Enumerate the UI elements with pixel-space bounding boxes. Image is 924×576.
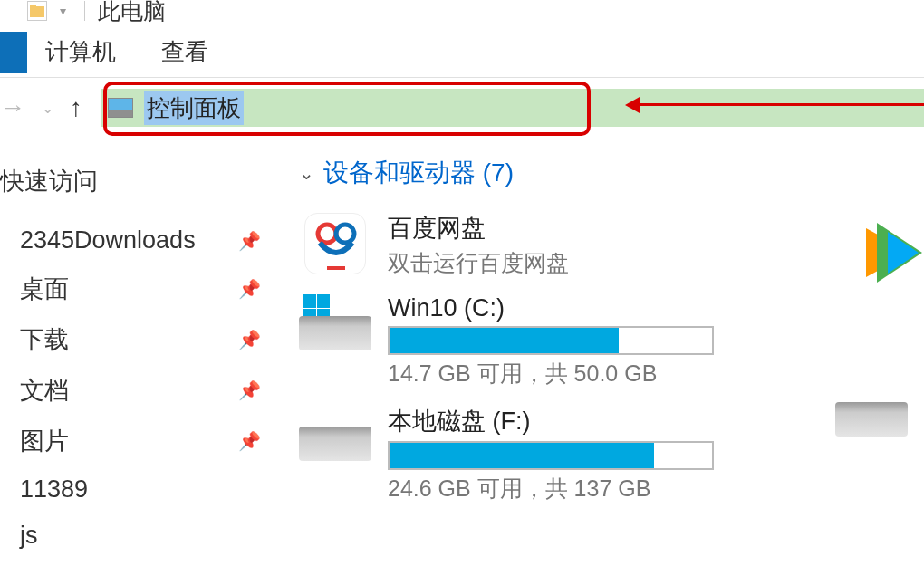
sidebar-item-desktop[interactable]: 桌面 📌 bbox=[0, 264, 281, 314]
folder-icon bbox=[5, 523, 13, 549]
title-separator: ▾ bbox=[60, 4, 66, 18]
section-title: 设备和驱动器 (7) bbox=[323, 156, 514, 190]
drive-details: Win10 (C:) 14.7 GB 可用，共 50.0 GB bbox=[388, 294, 924, 389]
section-header[interactable]: ⌄ 设备和驱动器 (7) bbox=[299, 156, 924, 190]
storage-text: 24.6 GB 可用，共 137 GB bbox=[388, 474, 924, 504]
tencent-video-icon bbox=[857, 219, 924, 286]
sidebar-item-11389[interactable]: 11389 bbox=[0, 466, 281, 513]
drive-icon bbox=[299, 405, 371, 461]
baidu-netdisk-icon bbox=[299, 212, 371, 275]
sidebar-item-label: js bbox=[20, 522, 281, 550]
sidebar-item-label: 桌面 bbox=[20, 273, 238, 305]
sidebar-item-pictures[interactable]: 图片 📌 bbox=[0, 416, 281, 466]
pin-icon: 📌 bbox=[238, 329, 261, 350]
drive-c[interactable]: Win10 (C:) 14.7 GB 可用，共 50.0 GB bbox=[299, 294, 924, 389]
documents-icon bbox=[5, 378, 13, 403]
desktop-icon bbox=[5, 276, 13, 302]
sidebar-item-label: 11389 bbox=[20, 475, 281, 504]
sidebar-item-downloads2345[interactable]: 2345Downloads 📌 bbox=[0, 217, 281, 264]
folder-icon bbox=[27, 1, 47, 21]
tab-computer[interactable]: 计算机 bbox=[45, 36, 116, 68]
address-text[interactable]: 控制面板 bbox=[144, 91, 244, 125]
annotation-arrow bbox=[638, 103, 924, 106]
folder-icon bbox=[5, 228, 13, 254]
nav-forward-icon[interactable]: → bbox=[0, 93, 25, 122]
watermark-text: 路由器 bbox=[866, 547, 915, 569]
sidebar-item-label: 文档 bbox=[20, 374, 238, 407]
tab-view[interactable]: 查看 bbox=[161, 36, 208, 68]
title-bar: ▾ 此电脑 bbox=[0, 0, 924, 27]
device-subtitle: 双击运行百度网盘 bbox=[388, 248, 924, 278]
nav-history-chevron-icon[interactable]: ⌄ bbox=[42, 100, 53, 117]
svg-point-3 bbox=[336, 225, 354, 243]
main-content: 快速访问 2345Downloads 📌 桌面 📌 下载 📌 文档 📌 图片 📌 bbox=[0, 138, 924, 576]
sidebar-item-downloads[interactable]: 下载 📌 bbox=[0, 314, 281, 365]
drive-f[interactable]: 本地磁盘 (F:) 24.6 GB 可用，共 137 GB bbox=[299, 405, 924, 504]
title-divider bbox=[84, 1, 85, 21]
sidebar: 快速访问 2345Downloads 📌 桌面 📌 下载 📌 文档 📌 图片 📌 bbox=[0, 138, 281, 576]
svg-point-2 bbox=[318, 225, 336, 243]
address-bar[interactable]: 控制面板 bbox=[101, 89, 924, 127]
sidebar-item-label: 2345Downloads bbox=[20, 226, 238, 254]
storage-progress bbox=[388, 326, 714, 355]
chevron-down-icon: ⌄ bbox=[299, 162, 314, 184]
sidebar-item-label: 图片 bbox=[20, 425, 238, 457]
device-baidu-netdisk[interactable]: 百度网盘 双击运行百度网盘 bbox=[299, 212, 924, 278]
file-tab[interactable] bbox=[0, 32, 27, 73]
folder-icon bbox=[5, 477, 13, 503]
sidebar-item-documents[interactable]: 文档 📌 bbox=[0, 365, 281, 416]
drive-windows-icon bbox=[299, 294, 371, 350]
sidebar-item-label: 下载 bbox=[20, 323, 238, 356]
pictures-icon bbox=[5, 428, 13, 454]
sidebar-item-js[interactable]: js bbox=[0, 513, 281, 559]
device-details: 百度网盘 双击运行百度网盘 bbox=[388, 212, 924, 278]
svg-rect-4 bbox=[327, 266, 345, 270]
device-tencent-video[interactable] bbox=[857, 219, 924, 290]
sidebar-header[interactable]: 快速访问 bbox=[0, 165, 281, 197]
device-name: 百度网盘 bbox=[388, 212, 924, 245]
content-area: ⌄ 设备和驱动器 (7) 百度网盘 双击运行百度网盘 bbox=[281, 138, 924, 576]
address-row: → ⌄ ↑ 控制面板 bbox=[0, 78, 924, 138]
storage-progress bbox=[388, 441, 714, 470]
monitor-icon bbox=[108, 98, 133, 118]
pin-icon: 📌 bbox=[238, 278, 261, 300]
watermark: 路由器 bbox=[833, 544, 915, 571]
pin-icon: 📌 bbox=[238, 430, 261, 452]
router-icon bbox=[833, 544, 861, 571]
drive-icon bbox=[835, 380, 908, 437]
ribbon: 计算机 查看 bbox=[0, 27, 924, 78]
nav-up-icon[interactable]: ↑ bbox=[70, 93, 82, 122]
pin-icon: 📌 bbox=[238, 379, 261, 401]
svg-rect-1 bbox=[30, 5, 36, 8]
pin-icon: 📌 bbox=[238, 230, 261, 252]
download-icon bbox=[5, 327, 13, 352]
drive-name: Win10 (C:) bbox=[388, 294, 924, 322]
drive-partial[interactable] bbox=[835, 380, 924, 437]
window-title: 此电脑 bbox=[98, 0, 166, 26]
